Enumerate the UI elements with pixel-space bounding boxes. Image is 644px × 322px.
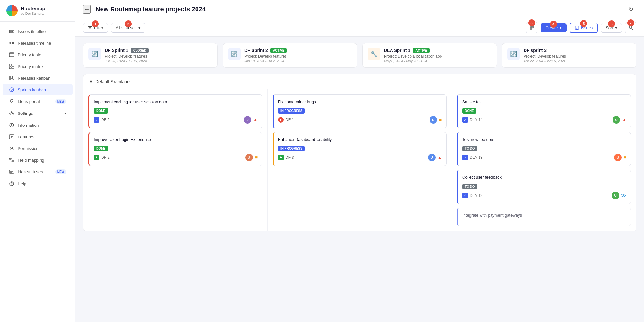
sidebar-item-releases-timeline[interactable]: Releases timeline bbox=[3, 37, 73, 49]
issue-id-row-df2: ⚑ DF-2 U ≡ bbox=[94, 154, 258, 161]
issue-card-payment[interactable]: Integrate with payment gateways bbox=[457, 208, 631, 226]
avatar-dla12: U bbox=[612, 192, 619, 199]
svg-point-44 bbox=[532, 27, 533, 28]
priority-icon-dla13: ≡ bbox=[624, 155, 626, 160]
svg-rect-16 bbox=[12, 67, 14, 69]
badge-4: 4 bbox=[550, 21, 557, 28]
issue-card-df5[interactable]: Implement caching for user session data.… bbox=[88, 94, 262, 128]
svg-rect-33 bbox=[9, 158, 11, 159]
issue-status-df1: IN PROGRESS bbox=[278, 108, 305, 114]
sidebar-item-idea-statuses[interactable]: Idea statuses NEW bbox=[3, 166, 73, 177]
sidebar-item-field-mapping[interactable]: Field mapping bbox=[3, 154, 73, 166]
sprint-name-df1: DF Sprint 1 bbox=[105, 48, 128, 53]
sidebar-item-issues-timeline[interactable]: Issues timeline bbox=[3, 26, 73, 37]
priority-icon-df2: ≡ bbox=[255, 155, 258, 160]
page-title: New Routemap feature projects 2024 bbox=[96, 6, 620, 13]
sprint-info-df1: DF Sprint 1 CLOSED Project: Develop feat… bbox=[105, 48, 212, 63]
priority-icon-df1: ≡ bbox=[439, 117, 442, 123]
features-icon bbox=[9, 134, 14, 140]
svg-line-50 bbox=[632, 29, 633, 30]
sidebar-label-sprints-kanban: Sprints kanban bbox=[18, 87, 46, 92]
field-mapping-icon bbox=[9, 157, 14, 163]
sidebar-label-help: Help bbox=[18, 181, 26, 186]
svg-rect-1 bbox=[9, 31, 13, 32]
sprint-icon-df1: 🔄 bbox=[88, 48, 101, 60]
issue-card-df1[interactable]: Fix some minor bugs IN PROGRESS ● DF-1 U… bbox=[273, 94, 447, 128]
sprint-info-dla1: DLA Sprint 1 ACTIVE Project: Develop a l… bbox=[384, 48, 491, 63]
sprint-status-dla1: ACTIVE bbox=[413, 48, 430, 53]
issue-meta-df2: U ≡ bbox=[245, 154, 258, 161]
sidebar-item-sprints-kanban[interactable]: Sprints kanban bbox=[3, 84, 73, 95]
svg-rect-15 bbox=[9, 67, 11, 69]
swimlane-header[interactable]: ▾ Default Swimlane bbox=[83, 74, 636, 89]
sidebar-label-features: Features bbox=[18, 135, 34, 139]
svg-point-25 bbox=[11, 113, 13, 114]
back-button[interactable]: ← bbox=[83, 5, 91, 14]
create-chevron-icon: ▾ bbox=[560, 26, 562, 30]
svg-point-28 bbox=[12, 124, 12, 125]
badge-6: 6 bbox=[608, 20, 615, 27]
svg-rect-35 bbox=[9, 170, 14, 173]
issue-title-df3: Enhance Dashboard Usability bbox=[278, 137, 442, 142]
issue-card-dla14[interactable]: Smoke test DONE ✓ DLA-14 U ▲ bbox=[457, 94, 631, 128]
sidebar-settings-section: Settings ▾ Information bbox=[0, 107, 75, 178]
kanban-col-3: Smoke test DONE ✓ DLA-14 U ▲ bbox=[452, 89, 636, 231]
issue-title-payment: Integrate with payment gateways bbox=[462, 213, 626, 218]
issue-type-icon-df1: ● bbox=[278, 117, 284, 123]
sidebar-item-priority-matrix[interactable]: Priority matrix bbox=[3, 61, 73, 72]
sidebar-item-features[interactable]: Features bbox=[3, 131, 73, 142]
chevron-down-icon: ▾ bbox=[138, 25, 141, 30]
issue-card-dla12[interactable]: Collect user feedback TO DO ✓ DLA-12 U ≫ bbox=[457, 170, 631, 204]
sprint-card-df1: 🔄 DF Sprint 1 CLOSED Project: Develop fe… bbox=[83, 43, 218, 68]
settings-icon bbox=[9, 110, 14, 116]
issue-card-df2[interactable]: Improve User Login Experience DONE ⚑ DF-… bbox=[88, 132, 262, 166]
adjust-wrapper: 3 bbox=[526, 22, 537, 33]
issue-id-dla14: DLA-14 bbox=[470, 118, 483, 122]
issue-title-dla12: Collect user feedback bbox=[462, 175, 626, 180]
information-icon bbox=[9, 122, 14, 128]
content-area: 🔄 DF Sprint 1 CLOSED Project: Develop fe… bbox=[75, 37, 644, 322]
svg-rect-0 bbox=[9, 30, 14, 31]
sidebar-item-priority-table[interactable]: Priority table bbox=[3, 49, 73, 60]
issue-type-icon-df3: ⚑ bbox=[278, 155, 284, 160]
releases-kanban-icon bbox=[9, 75, 14, 81]
svg-point-49 bbox=[629, 26, 632, 29]
sprint-dates-df2: Jun 18, 2024 - Jul 2, 2024 bbox=[244, 59, 352, 63]
sidebar-label-ideas-portal: Ideas portal bbox=[18, 99, 40, 104]
issue-id-df2: DF-2 bbox=[101, 155, 110, 160]
issue-meta-dla12: U ≫ bbox=[612, 192, 626, 199]
issue-meta-dla14: U ▲ bbox=[613, 116, 626, 124]
issue-meta-dla13: U ≡ bbox=[614, 154, 626, 161]
issue-card-dla13[interactable]: Test new features TO DO ✓ DLA-13 U ≡ bbox=[457, 132, 631, 166]
sidebar-item-help[interactable]: Help bbox=[3, 178, 73, 189]
sidebar-item-information[interactable]: Information bbox=[3, 119, 73, 131]
issue-card-df3[interactable]: Enhance Dashboard Usability IN PROGRESS … bbox=[273, 132, 447, 166]
issue-type-icon-df2: ⚑ bbox=[94, 155, 99, 160]
issue-id-df1: DF-1 bbox=[286, 118, 294, 122]
badge-7: 7 bbox=[627, 19, 634, 26]
sprint-card-df3: 🔄 DF sprint 3 Project: Develop features … bbox=[502, 43, 636, 68]
sidebar-label-releases-timeline: Releases timeline bbox=[18, 41, 51, 46]
settings-children: Information Features bbox=[0, 119, 75, 178]
issue-id-row-df3: ⚑ DF-3 U ▲ bbox=[278, 154, 442, 161]
issue-meta-df3: U ▲ bbox=[428, 154, 442, 161]
svg-point-4 bbox=[12, 42, 14, 44]
priority-icon-df5: ▲ bbox=[253, 117, 258, 122]
issue-status-df2: DONE bbox=[94, 146, 108, 151]
sprint-cards-grid: 🔄 DF Sprint 1 CLOSED Project: Develop fe… bbox=[83, 43, 636, 68]
issue-id-row-df5: ✓ DF-5 U ▲ bbox=[94, 116, 258, 124]
refresh-button[interactable]: ↻ bbox=[625, 4, 636, 15]
sidebar-item-releases-kanban[interactable]: Releases kanban bbox=[3, 72, 73, 84]
sidebar-item-settings[interactable]: Settings ▾ bbox=[3, 108, 73, 119]
svg-point-45 bbox=[530, 29, 531, 30]
svg-point-39 bbox=[12, 185, 12, 185]
sprint-project-df3: Project: Develop features bbox=[524, 54, 631, 58]
releases-timeline-icon bbox=[9, 40, 14, 46]
sprint-project-dla1: Project: Develop a localization app bbox=[384, 54, 491, 58]
sidebar-label-permission: Permission bbox=[18, 146, 39, 151]
sidebar-item-ideas-portal[interactable]: Ideas portal NEW bbox=[3, 96, 73, 107]
swimlane-collapse-icon: ▾ bbox=[90, 79, 92, 85]
badge-1: 1 bbox=[92, 20, 99, 27]
svg-rect-14 bbox=[12, 64, 14, 66]
sidebar-item-permission[interactable]: Permission bbox=[3, 143, 73, 154]
